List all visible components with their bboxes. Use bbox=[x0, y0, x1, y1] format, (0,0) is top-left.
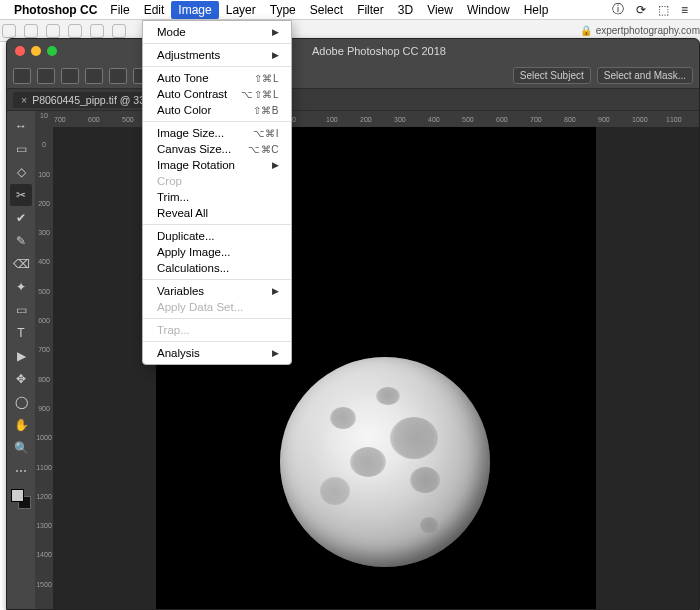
menu-item-apply-image[interactable]: Apply Image... bbox=[143, 244, 291, 260]
ruler-tick: 1000 bbox=[36, 433, 52, 462]
ruler-tick: 300 bbox=[393, 116, 427, 123]
photoshop-window: Adobe Photoshop CC 2018 Select Subject S… bbox=[6, 38, 700, 610]
menu-item-canvas-size[interactable]: Canvas Size...⌥⌘C bbox=[143, 141, 291, 157]
tool-2[interactable]: ◇ bbox=[10, 161, 32, 183]
ruler-tick: 100 bbox=[325, 116, 359, 123]
close-button[interactable] bbox=[15, 46, 25, 56]
submenu-arrow-icon: ▶ bbox=[272, 160, 279, 170]
vertical-ruler: 1001002003004005006007008009001000110012… bbox=[35, 111, 53, 609]
ruler-tick: 1400 bbox=[36, 550, 52, 579]
select-and-mask-button[interactable]: Select and Mask... bbox=[597, 67, 693, 84]
menu-extra-icon[interactable]: ≡ bbox=[681, 3, 688, 17]
toolbar-icon[interactable] bbox=[68, 24, 82, 38]
dropbox-icon[interactable]: ⬚ bbox=[658, 3, 669, 17]
toolbar-icon[interactable] bbox=[2, 24, 16, 38]
select-subject-button[interactable]: Select Subject bbox=[513, 67, 591, 84]
mac-menubar: Photoshop CC FileEditImageLayerTypeSelec… bbox=[0, 0, 700, 20]
menu-item-calculations[interactable]: Calculations... bbox=[143, 260, 291, 276]
ruler-tick: 600 bbox=[495, 116, 529, 123]
menu-item-label: Duplicate... bbox=[157, 230, 215, 242]
menu-item-label: Variables bbox=[157, 285, 204, 297]
menu-item-label: Auto Tone bbox=[157, 72, 209, 84]
home-icon[interactable] bbox=[13, 68, 31, 84]
menu-shortcut: ⇧⌘L bbox=[254, 73, 279, 84]
menu-item-reveal-all[interactable]: Reveal All bbox=[143, 205, 291, 221]
menu-item-analysis[interactable]: Analysis▶ bbox=[143, 345, 291, 361]
menu-help[interactable]: Help bbox=[517, 1, 556, 19]
tool-0[interactable]: ↔ bbox=[10, 115, 32, 137]
color-swatches[interactable] bbox=[11, 489, 31, 509]
menu-item-adjustments[interactable]: Adjustments▶ bbox=[143, 47, 291, 63]
menu-item-trim[interactable]: Trim... bbox=[143, 189, 291, 205]
tools-panel: ↔▭◇✂✔✎⌫✦▭T▶✥◯✋🔍⋯ bbox=[7, 111, 35, 609]
tool-8[interactable]: ▭ bbox=[10, 299, 32, 321]
minimize-button[interactable] bbox=[31, 46, 41, 56]
moon-image bbox=[280, 357, 490, 567]
option-icon[interactable] bbox=[109, 68, 127, 84]
menu-item-label: Crop bbox=[157, 175, 182, 187]
menu-item-image-rotation[interactable]: Image Rotation▶ bbox=[143, 157, 291, 173]
menu-item-auto-contrast[interactable]: Auto Contrast⌥⇧⌘L bbox=[143, 86, 291, 102]
ruler-tick: 300 bbox=[38, 228, 50, 257]
tool-preset-icon[interactable] bbox=[37, 68, 55, 84]
menu-item-variables[interactable]: Variables▶ bbox=[143, 283, 291, 299]
help-icon[interactable]: ⓘ bbox=[612, 1, 624, 18]
app-name[interactable]: Photoshop CC bbox=[14, 3, 97, 17]
menu-item-label: Analysis bbox=[157, 347, 200, 359]
zoom-button[interactable] bbox=[47, 46, 57, 56]
toolbar-icon[interactable] bbox=[112, 24, 126, 38]
menu-item-auto-color[interactable]: Auto Color⇧⌘B bbox=[143, 102, 291, 118]
sync-icon[interactable]: ⟳ bbox=[636, 3, 646, 17]
tool-11[interactable]: ✥ bbox=[10, 368, 32, 390]
ruler-tick: 600 bbox=[87, 116, 121, 123]
option-icon[interactable] bbox=[61, 68, 79, 84]
menu-item-label: Trim... bbox=[157, 191, 189, 203]
ruler-tick: 0 bbox=[291, 116, 325, 123]
ruler-tick: 500 bbox=[461, 116, 495, 123]
tool-3[interactable]: ✂ bbox=[10, 184, 32, 206]
close-tab-icon[interactable]: × bbox=[21, 94, 27, 106]
menu-edit[interactable]: Edit bbox=[137, 1, 172, 19]
menu-item-label: Auto Color bbox=[157, 104, 211, 116]
toolbar-icon[interactable] bbox=[24, 24, 38, 38]
tool-5[interactable]: ✎ bbox=[10, 230, 32, 252]
tool-7[interactable]: ✦ bbox=[10, 276, 32, 298]
menu-separator bbox=[143, 43, 291, 44]
menu-select[interactable]: Select bbox=[303, 1, 350, 19]
ruler-tick: 200 bbox=[38, 199, 50, 228]
tool-9[interactable]: T bbox=[10, 322, 32, 344]
options-bar: Select Subject Select and Mask... bbox=[7, 63, 699, 89]
tool-10[interactable]: ▶ bbox=[10, 345, 32, 367]
submenu-arrow-icon: ▶ bbox=[272, 50, 279, 60]
ruler-tick: 400 bbox=[427, 116, 461, 123]
menu-file[interactable]: File bbox=[103, 1, 136, 19]
toolbar-icon[interactable] bbox=[90, 24, 104, 38]
menu-filter[interactable]: Filter bbox=[350, 1, 391, 19]
tool-1[interactable]: ▭ bbox=[10, 138, 32, 160]
toolbar-icon[interactable] bbox=[46, 24, 60, 38]
tool-13[interactable]: ✋ bbox=[10, 414, 32, 436]
tool-12[interactable]: ◯ bbox=[10, 391, 32, 413]
tool-4[interactable]: ✔ bbox=[10, 207, 32, 229]
menu-separator bbox=[143, 121, 291, 122]
menu-3d[interactable]: 3D bbox=[391, 1, 420, 19]
ruler-tick: 200 bbox=[359, 116, 393, 123]
menu-item-image-size[interactable]: Image Size...⌥⌘I bbox=[143, 125, 291, 141]
menu-layer[interactable]: Layer bbox=[219, 1, 263, 19]
option-icon[interactable] bbox=[85, 68, 103, 84]
tool-14[interactable]: 🔍 bbox=[10, 437, 32, 459]
ruler-tick: 900 bbox=[38, 404, 50, 433]
menu-type[interactable]: Type bbox=[263, 1, 303, 19]
menu-item-duplicate[interactable]: Duplicate... bbox=[143, 228, 291, 244]
ruler-tick: 700 bbox=[53, 116, 87, 123]
tool-15[interactable]: ⋯ bbox=[10, 460, 32, 482]
menu-window[interactable]: Window bbox=[460, 1, 517, 19]
menu-item-mode[interactable]: Mode▶ bbox=[143, 24, 291, 40]
menu-image[interactable]: Image bbox=[171, 1, 218, 19]
document-tab[interactable]: × P8060445_pipp.tif @ 33... bbox=[13, 92, 162, 108]
window-titlebar: Adobe Photoshop CC 2018 bbox=[7, 39, 699, 63]
tool-6[interactable]: ⌫ bbox=[10, 253, 32, 275]
menu-view[interactable]: View bbox=[420, 1, 460, 19]
menu-item-auto-tone[interactable]: Auto Tone⇧⌘L bbox=[143, 70, 291, 86]
menu-item-label: Image Rotation bbox=[157, 159, 235, 171]
